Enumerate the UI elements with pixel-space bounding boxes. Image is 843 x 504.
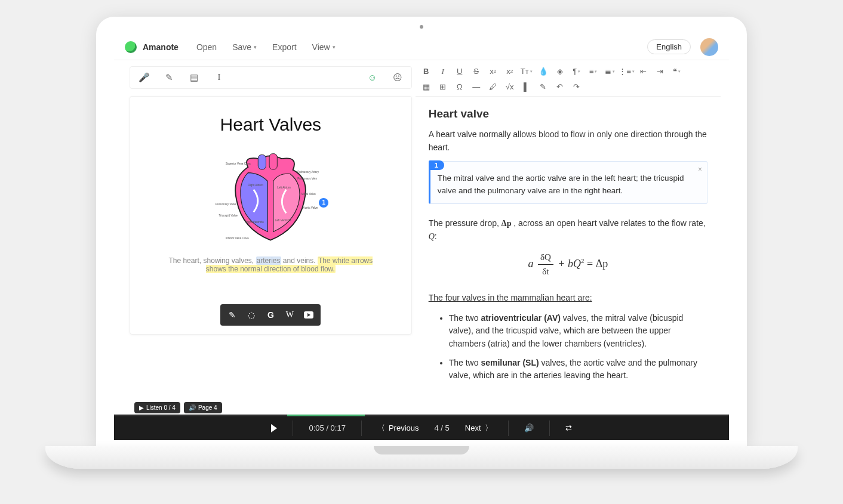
strike-icon[interactable]: S <box>468 64 485 79</box>
neutral-face-icon[interactable]: ☹ <box>387 69 408 86</box>
app-logo <box>125 41 137 53</box>
slide-card: Heart Valves Superior Vena Cava <box>130 96 412 335</box>
superscript-icon[interactable]: x2 <box>502 64 518 79</box>
hr-icon[interactable]: — <box>468 79 485 95</box>
play-button[interactable] <box>271 424 277 432</box>
volume-button[interactable]: 🔊 <box>524 423 534 432</box>
smile-icon[interactable]: ☺ <box>362 69 383 86</box>
table-icon[interactable]: ⊞ <box>435 79 451 95</box>
chevron-right-icon: 〉 <box>485 423 493 434</box>
ordered-list-icon[interactable]: ≣ <box>602 64 619 79</box>
align-icon[interactable]: ≡ <box>585 64 602 79</box>
language-selector[interactable]: English <box>647 39 691 54</box>
link-icon[interactable]: ✎ <box>535 79 552 95</box>
svg-text:Tricuspid Valve: Tricuspid Valve <box>219 214 238 217</box>
slide-title: Heart Valves <box>158 115 384 135</box>
heart-diagram: Superior Vena Cava Pulmonary Artery Pulm… <box>214 150 327 246</box>
user-avatar[interactable] <box>700 38 718 56</box>
image-icon[interactable]: ▦ <box>418 79 435 95</box>
svg-rect-1 <box>269 153 277 169</box>
menubar: Amanote Open Save▾ Export View▾ English <box>114 35 729 60</box>
divider <box>549 420 550 436</box>
swap-button[interactable]: ⇄ <box>565 423 572 432</box>
undo-icon[interactable]: ↶ <box>552 79 568 95</box>
laptop-base <box>45 446 798 469</box>
quote-icon[interactable]: ❝ <box>669 64 685 79</box>
highlight-blue: arteries <box>256 256 281 265</box>
svg-text:Pulmonary Valve: Pulmonary Valve <box>216 203 236 206</box>
notes-pane: B I U S x2 x2 Tт 💧 ◈ ¶ ≡ ≣ ⋮≡ ⇤ <box>416 60 729 415</box>
page-chip[interactable]: 🔊Page 4 <box>184 402 222 413</box>
sticky-note-icon[interactable]: ▤ <box>184 69 204 86</box>
pressure-sentence: The pressure drop, Δp , across an open h… <box>429 217 707 243</box>
mic-icon[interactable]: 🎤 <box>134 69 154 86</box>
svg-text:Inferior Vena Cava: Inferior Vena Cava <box>226 236 249 239</box>
slide-caption: The heart, showing valves, arteries and … <box>158 256 384 273</box>
subscript-icon[interactable]: x2 <box>485 64 502 79</box>
valves-list: The two atrioventricular (AV) valves, th… <box>429 312 707 382</box>
youtube-icon[interactable] <box>300 308 317 322</box>
italic-icon[interactable]: I <box>435 64 451 79</box>
menu-save[interactable]: Save▾ <box>226 40 263 54</box>
svg-text:Mitral Valve: Mitral Valve <box>301 193 316 196</box>
google-icon[interactable]: G <box>262 308 279 322</box>
next-button[interactable]: Next〉 <box>465 423 493 434</box>
highlighter-icon[interactable]: 🖊 <box>485 79 502 95</box>
bold-icon[interactable]: B <box>418 64 435 79</box>
menu-view[interactable]: View▾ <box>306 40 341 54</box>
menu-view-label: View <box>312 42 330 52</box>
svg-text:Left Ventricle: Left Ventricle <box>275 218 291 221</box>
code-block-icon[interactable]: ▌ <box>518 79 535 95</box>
draw-pencil-icon[interactable]: ✎ <box>224 308 241 322</box>
previous-label: Previous <box>389 423 419 432</box>
note-box-text: The mitral valve and the aortic valve ar… <box>438 172 700 197</box>
caret-down-icon: ▾ <box>254 44 257 50</box>
pencil-icon[interactable]: ✎ <box>159 69 179 86</box>
text-color-icon[interactable]: 💧 <box>535 64 552 79</box>
svg-text:Left Atrium: Left Atrium <box>278 186 291 189</box>
note-intro: A heart valve normally allows blood to f… <box>429 128 707 154</box>
formula-icon[interactable]: √x <box>502 79 518 95</box>
divider <box>293 420 293 436</box>
linked-note-box: 1 × The mitral valve and the aortic valv… <box>429 161 707 204</box>
text-cursor-icon[interactable]: I <box>209 69 229 86</box>
menu-save-label: Save <box>232 42 251 52</box>
page-chip-label: Page 4 <box>198 404 217 411</box>
laptop-mockup: Amanote Open Save▾ Export View▾ English … <box>45 17 798 488</box>
listen-chip[interactable]: ▶Listen 0 / 4 <box>134 402 180 413</box>
svg-text:Pulmonary Artery: Pulmonary Artery <box>298 170 320 173</box>
list-item: The two atrioventricular (AV) valves, th… <box>449 312 707 351</box>
svg-text:Superior Vena Cava: Superior Vena Cava <box>226 162 251 165</box>
clear-format-icon[interactable]: ◈ <box>552 64 568 79</box>
special-char-icon[interactable]: Ω <box>451 79 468 95</box>
caption-text: The heart, showing valves, <box>168 256 256 265</box>
next-label: Next <box>465 423 481 432</box>
slide-context-toolbar: ✎ ◌ G W <box>220 304 321 326</box>
close-icon[interactable]: × <box>698 164 702 175</box>
outdent-icon[interactable]: ⇤ <box>635 64 652 79</box>
redo-icon[interactable]: ↷ <box>568 79 585 95</box>
slide-annotation-badge[interactable]: 1 <box>319 198 328 208</box>
editor-toolbar: B I U S x2 x2 Tт 💧 ◈ ¶ ≡ ≣ ⋮≡ ⇤ <box>416 60 721 97</box>
indent-icon[interactable]: ⇥ <box>652 64 669 79</box>
list-item: The two semilunar (SL) valves, the aorti… <box>449 357 707 382</box>
font-size-icon[interactable]: Tт <box>518 64 535 79</box>
wikipedia-icon[interactable]: W <box>281 308 298 322</box>
editor-body[interactable]: Heart valve A heart valve normally allow… <box>416 97 721 415</box>
menu-export[interactable]: Export <box>266 40 302 54</box>
play-icon <box>271 424 277 432</box>
eraser-icon[interactable]: ◌ <box>243 308 260 322</box>
previous-button[interactable]: 〈Previous <box>377 423 419 434</box>
playbar: 0:05 / 0:17 〈Previous 4 / 5 Next〉 🔊 ⇄ <box>114 416 729 440</box>
progress-strip[interactable] <box>114 415 729 416</box>
slide-toolbar: 🎤 ✎ ▤ I ☺ ☹ <box>130 66 412 89</box>
screen-bezel: Amanote Open Save▾ Export View▾ English … <box>96 17 747 446</box>
svg-text:Pulmonary Vein: Pulmonary Vein <box>298 177 318 180</box>
paragraph-icon[interactable]: ¶ <box>568 64 585 79</box>
unordered-list-icon[interactable]: ⋮≡ <box>619 64 635 79</box>
chevron-left-icon: 〈 <box>377 423 385 434</box>
note-badge: 1 <box>429 160 444 170</box>
menu-open[interactable]: Open <box>190 40 223 54</box>
underline-icon[interactable]: U <box>451 64 468 79</box>
svg-text:Aortic Valve: Aortic Valve <box>303 206 318 209</box>
